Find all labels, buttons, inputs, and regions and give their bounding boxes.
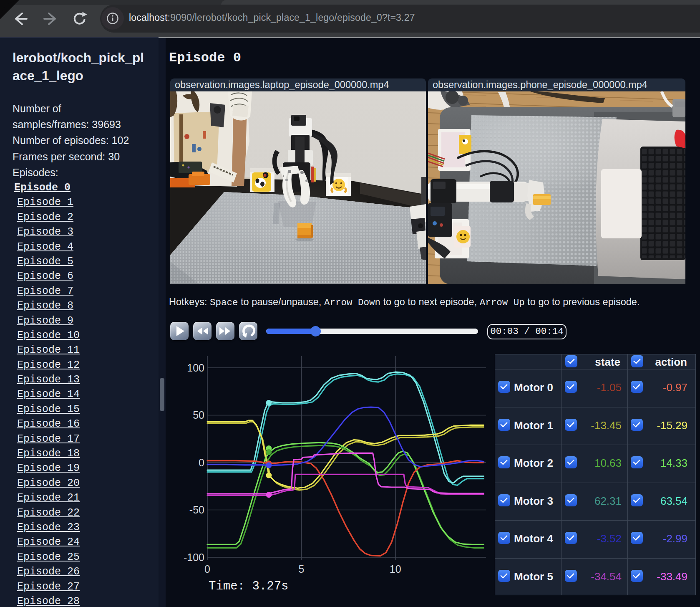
svg-text:0: 0 [204,563,210,575]
svg-text:50: 50 [193,409,204,421]
svg-text:5: 5 [298,563,304,575]
svg-text:-100: -100 [184,551,204,563]
svg-text:10: 10 [390,563,401,575]
svg-text:0: 0 [199,457,204,468]
svg-text:Time: 3.27s: Time: 3.27s [209,579,288,593]
svg-text:100: 100 [187,362,204,374]
svg-text:-50: -50 [189,504,204,516]
